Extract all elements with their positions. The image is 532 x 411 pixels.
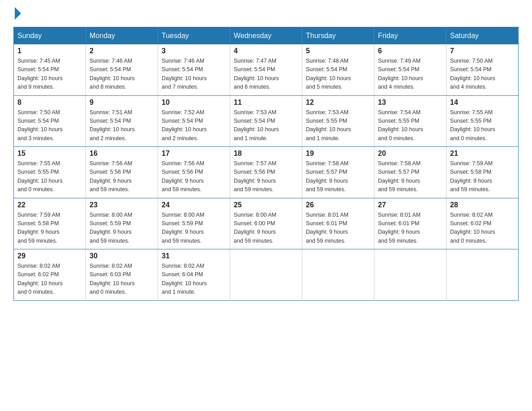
calendar-day-cell: 30Sunrise: 8:02 AMSunset: 6:03 PMDayligh… xyxy=(86,249,158,301)
day-info: Sunrise: 7:56 AMSunset: 5:56 PMDaylight:… xyxy=(162,159,226,194)
calendar-day-cell: 27Sunrise: 8:01 AMSunset: 6:01 PMDayligh… xyxy=(374,198,446,249)
page-header xyxy=(13,9,519,20)
day-info: Sunrise: 8:00 AMSunset: 6:00 PMDaylight:… xyxy=(234,211,298,246)
calendar-day-cell: 20Sunrise: 7:58 AMSunset: 5:57 PMDayligh… xyxy=(374,147,446,198)
column-header-monday: Monday xyxy=(86,27,158,45)
calendar-table: SundayMondayTuesdayWednesdayThursdayFrid… xyxy=(13,27,519,301)
calendar-day-cell: 1Sunrise: 7:45 AMSunset: 5:54 PMDaylight… xyxy=(14,44,86,95)
empty-cell xyxy=(374,249,446,301)
calendar-day-cell: 15Sunrise: 7:55 AMSunset: 5:55 PMDayligh… xyxy=(14,147,86,198)
day-number: 18 xyxy=(234,150,298,158)
calendar-day-cell: 19Sunrise: 7:58 AMSunset: 5:57 PMDayligh… xyxy=(302,147,374,198)
day-number: 14 xyxy=(450,98,515,107)
calendar-day-cell: 2Sunrise: 7:46 AMSunset: 5:54 PMDaylight… xyxy=(86,44,158,95)
calendar-day-cell: 16Sunrise: 7:56 AMSunset: 5:56 PMDayligh… xyxy=(86,147,158,198)
day-number: 30 xyxy=(90,252,154,260)
day-info: Sunrise: 7:45 AMSunset: 5:54 PMDaylight:… xyxy=(17,57,82,92)
day-number: 21 xyxy=(450,150,515,158)
day-info: Sunrise: 7:57 AMSunset: 5:56 PMDaylight:… xyxy=(234,159,298,194)
column-header-thursday: Thursday xyxy=(302,27,374,45)
day-info: Sunrise: 7:50 AMSunset: 5:54 PMDaylight:… xyxy=(17,108,82,143)
day-number: 29 xyxy=(17,252,82,260)
calendar-day-cell: 9Sunrise: 7:51 AMSunset: 5:54 PMDaylight… xyxy=(86,95,158,147)
day-number: 1 xyxy=(17,47,82,55)
day-number: 22 xyxy=(17,201,82,209)
calendar-week-row: 29Sunrise: 8:02 AMSunset: 6:02 PMDayligh… xyxy=(14,249,519,301)
day-number: 3 xyxy=(162,47,226,55)
day-number: 23 xyxy=(90,201,154,209)
day-number: 12 xyxy=(306,98,370,107)
day-number: 4 xyxy=(234,47,298,55)
day-number: 26 xyxy=(306,201,370,209)
column-header-sunday: Sunday xyxy=(14,27,86,45)
day-number: 13 xyxy=(378,98,442,107)
day-number: 6 xyxy=(378,47,442,55)
calendar-day-cell: 8Sunrise: 7:50 AMSunset: 5:54 PMDaylight… xyxy=(14,95,86,147)
day-info: Sunrise: 7:52 AMSunset: 5:54 PMDaylight:… xyxy=(162,108,226,143)
day-info: Sunrise: 8:01 AMSunset: 6:01 PMDaylight:… xyxy=(306,211,370,246)
day-number: 27 xyxy=(378,201,442,209)
calendar-day-cell: 23Sunrise: 8:00 AMSunset: 5:59 PMDayligh… xyxy=(86,198,158,249)
day-info: Sunrise: 7:59 AMSunset: 5:58 PMDaylight:… xyxy=(17,211,82,246)
day-info: Sunrise: 7:48 AMSunset: 5:54 PMDaylight:… xyxy=(306,57,370,92)
calendar-day-cell: 25Sunrise: 8:00 AMSunset: 6:00 PMDayligh… xyxy=(230,198,302,249)
calendar-day-cell: 4Sunrise: 7:47 AMSunset: 5:54 PMDaylight… xyxy=(230,44,302,95)
day-number: 11 xyxy=(234,98,298,107)
day-info: Sunrise: 8:02 AMSunset: 6:04 PMDaylight:… xyxy=(162,262,226,297)
calendar-day-cell: 21Sunrise: 7:59 AMSunset: 5:58 PMDayligh… xyxy=(446,147,519,198)
calendar-day-cell: 3Sunrise: 7:46 AMSunset: 5:54 PMDaylight… xyxy=(158,44,230,95)
day-number: 24 xyxy=(162,201,226,209)
day-number: 9 xyxy=(90,98,154,107)
calendar-day-cell: 13Sunrise: 7:54 AMSunset: 5:55 PMDayligh… xyxy=(374,95,446,147)
day-info: Sunrise: 7:53 AMSunset: 5:55 PMDaylight:… xyxy=(306,108,370,143)
column-header-friday: Friday xyxy=(374,27,446,45)
day-info: Sunrise: 8:00 AMSunset: 5:59 PMDaylight:… xyxy=(162,211,226,246)
calendar-week-row: 15Sunrise: 7:55 AMSunset: 5:55 PMDayligh… xyxy=(14,147,519,198)
day-number: 31 xyxy=(162,252,226,260)
calendar-week-row: 22Sunrise: 7:59 AMSunset: 5:58 PMDayligh… xyxy=(14,198,519,249)
calendar-day-cell: 31Sunrise: 8:02 AMSunset: 6:04 PMDayligh… xyxy=(158,249,230,301)
day-number: 25 xyxy=(234,201,298,209)
column-header-tuesday: Tuesday xyxy=(158,27,230,45)
calendar-day-cell: 28Sunrise: 8:02 AMSunset: 6:02 PMDayligh… xyxy=(446,198,519,249)
day-info: Sunrise: 8:02 AMSunset: 6:02 PMDaylight:… xyxy=(450,211,515,246)
day-info: Sunrise: 7:46 AMSunset: 5:54 PMDaylight:… xyxy=(90,57,154,92)
day-number: 17 xyxy=(162,150,226,158)
logo xyxy=(13,9,21,20)
day-info: Sunrise: 8:02 AMSunset: 6:03 PMDaylight:… xyxy=(90,262,154,297)
day-info: Sunrise: 7:56 AMSunset: 5:56 PMDaylight:… xyxy=(90,159,154,194)
day-number: 2 xyxy=(90,47,154,55)
day-number: 5 xyxy=(306,47,370,55)
calendar-week-row: 1Sunrise: 7:45 AMSunset: 5:54 PMDaylight… xyxy=(14,44,519,95)
logo-triangle-icon xyxy=(15,7,21,20)
day-info: Sunrise: 7:55 AMSunset: 5:55 PMDaylight:… xyxy=(450,108,515,143)
calendar-day-cell: 14Sunrise: 7:55 AMSunset: 5:55 PMDayligh… xyxy=(446,95,519,147)
calendar-day-cell: 12Sunrise: 7:53 AMSunset: 5:55 PMDayligh… xyxy=(302,95,374,147)
day-info: Sunrise: 7:50 AMSunset: 5:54 PMDaylight:… xyxy=(450,57,515,92)
calendar-day-cell: 18Sunrise: 7:57 AMSunset: 5:56 PMDayligh… xyxy=(230,147,302,198)
calendar-day-cell: 10Sunrise: 7:52 AMSunset: 5:54 PMDayligh… xyxy=(158,95,230,147)
day-info: Sunrise: 7:51 AMSunset: 5:54 PMDaylight:… xyxy=(90,108,154,143)
day-info: Sunrise: 7:47 AMSunset: 5:54 PMDaylight:… xyxy=(234,57,298,92)
day-number: 20 xyxy=(378,150,442,158)
calendar-day-cell: 24Sunrise: 8:00 AMSunset: 5:59 PMDayligh… xyxy=(158,198,230,249)
day-number: 8 xyxy=(17,98,82,107)
day-info: Sunrise: 7:54 AMSunset: 5:55 PMDaylight:… xyxy=(378,108,442,143)
day-info: Sunrise: 7:58 AMSunset: 5:57 PMDaylight:… xyxy=(378,159,442,194)
day-number: 7 xyxy=(450,47,515,55)
calendar-day-cell: 29Sunrise: 8:02 AMSunset: 6:02 PMDayligh… xyxy=(14,249,86,301)
day-number: 15 xyxy=(17,150,82,158)
day-number: 19 xyxy=(306,150,370,158)
day-number: 28 xyxy=(450,201,515,209)
day-info: Sunrise: 7:58 AMSunset: 5:57 PMDaylight:… xyxy=(306,159,370,194)
column-header-saturday: Saturday xyxy=(446,27,519,45)
day-info: Sunrise: 8:01 AMSunset: 6:01 PMDaylight:… xyxy=(378,211,442,246)
calendar-day-cell: 17Sunrise: 7:56 AMSunset: 5:56 PMDayligh… xyxy=(158,147,230,198)
calendar-day-cell: 26Sunrise: 8:01 AMSunset: 6:01 PMDayligh… xyxy=(302,198,374,249)
calendar-week-row: 8Sunrise: 7:50 AMSunset: 5:54 PMDaylight… xyxy=(14,95,519,147)
empty-cell xyxy=(230,249,302,301)
day-info: Sunrise: 7:53 AMSunset: 5:54 PMDaylight:… xyxy=(234,108,298,143)
day-info: Sunrise: 7:59 AMSunset: 5:58 PMDaylight:… xyxy=(450,159,515,194)
day-number: 16 xyxy=(90,150,154,158)
day-info: Sunrise: 7:49 AMSunset: 5:54 PMDaylight:… xyxy=(378,57,442,92)
